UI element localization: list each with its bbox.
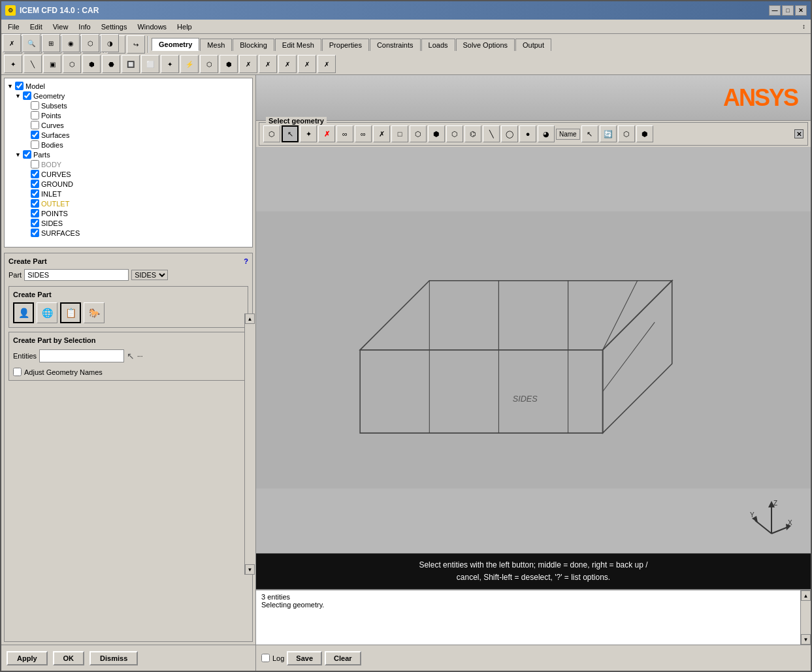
tree-item-subsets[interactable]: Subsets xyxy=(7,101,250,110)
sg-btn-13[interactable]: ╲ xyxy=(483,125,500,142)
tab-blocking[interactable]: Blocking xyxy=(233,39,274,51)
checkbox-subsets[interactable] xyxy=(31,101,39,110)
tab-mesh[interactable]: Mesh xyxy=(200,39,232,51)
menu-file[interactable]: File xyxy=(4,22,24,32)
tb-geo-9[interactable]: ✦ xyxy=(161,55,179,73)
tb-geo-13[interactable]: ✗ xyxy=(239,55,257,73)
tree-item-surfaces[interactable]: Surfaces xyxy=(7,130,250,140)
tree-item-geometry[interactable]: ▼ Geometry xyxy=(7,91,250,101)
sg-btn-17[interactable]: ↖ xyxy=(581,125,598,142)
sg-close-btn[interactable]: ✕ xyxy=(794,129,804,138)
log-scroll-down[interactable]: ▼ xyxy=(801,634,811,645)
entities-input[interactable] xyxy=(39,349,124,362)
checkbox-body[interactable] xyxy=(31,160,39,168)
tree-item-body[interactable]: BODY xyxy=(7,159,250,169)
tb-geo-12[interactable]: ⬢ xyxy=(219,55,238,73)
checkbox-surfaces[interactable] xyxy=(31,131,39,139)
tree-item-sides[interactable]: SIDES xyxy=(7,218,250,228)
menu-edit[interactable]: Edit xyxy=(26,22,46,32)
maximize-button[interactable]: □ xyxy=(782,5,794,16)
sg-btn-5[interactable]: ∞ xyxy=(336,125,353,142)
tb-geo-7[interactable]: 🔲 xyxy=(122,55,140,73)
scrollbar-up-btn[interactable]: ▲ xyxy=(245,313,255,324)
tb-geo-15[interactable]: ✗ xyxy=(278,55,297,73)
menu-windows[interactable]: Windows xyxy=(133,22,171,32)
checkbox-outlet[interactable] xyxy=(31,199,39,208)
tb-left-3[interactable]: ⊞ xyxy=(42,34,60,52)
sg-btn-6[interactable]: ∞ xyxy=(355,125,372,142)
sg-btn-15[interactable]: ● xyxy=(519,125,536,142)
help-icon[interactable]: ? xyxy=(244,257,248,265)
tb-left-6[interactable]: ◑ xyxy=(101,34,119,52)
sg-btn-12[interactable]: ⌬ xyxy=(464,125,481,142)
tb-geo-17[interactable]: ✗ xyxy=(317,55,336,73)
tb-redo-btn[interactable]: ↪ xyxy=(127,35,145,54)
log-checkbox[interactable] xyxy=(261,654,270,662)
menu-info[interactable]: Info xyxy=(74,22,94,32)
menu-settings[interactable]: Settings xyxy=(97,22,131,32)
tab-solve-options[interactable]: Solve Options xyxy=(456,39,515,51)
tb-geo-8[interactable]: ⬜ xyxy=(141,55,159,73)
create-part-btn-3[interactable]: 📋 xyxy=(60,302,81,323)
tb-geo-2[interactable]: ╲ xyxy=(24,55,42,73)
close-button[interactable]: ✕ xyxy=(795,5,807,16)
minimize-button[interactable]: — xyxy=(769,5,781,16)
tb-geo-3[interactable]: ▣ xyxy=(43,55,61,73)
apply-button[interactable]: Apply xyxy=(7,651,48,665)
tab-loads[interactable]: Loads xyxy=(421,39,455,51)
checkbox-model[interactable] xyxy=(15,82,24,90)
tree-item-model[interactable]: ▼ Model xyxy=(7,81,250,91)
sg-btn-16[interactable]: ◕ xyxy=(538,125,555,142)
tree-view[interactable]: ▼ Model ▼ Geometry Subsets xyxy=(4,78,253,248)
tb-left-4[interactable]: ◉ xyxy=(61,34,80,52)
sg-btn-3[interactable]: ✦ xyxy=(300,125,317,142)
adjust-geo-checkbox[interactable] xyxy=(13,368,22,376)
tree-item-bodies[interactable]: Bodies xyxy=(7,140,250,150)
checkbox-parts[interactable] xyxy=(23,150,31,159)
sg-btn-10[interactable]: ⬢ xyxy=(428,125,445,142)
dots-btn[interactable]: ··· xyxy=(137,353,142,360)
left-panel-scrollbar[interactable]: ▲ ▼ xyxy=(244,313,255,575)
expand-parts[interactable]: ▼ xyxy=(15,152,23,158)
tree-item-outlet[interactable]: OUTLET xyxy=(7,199,250,208)
tree-item-part-curves[interactable]: CURVES xyxy=(7,169,250,179)
tab-output[interactable]: Output xyxy=(515,39,551,51)
log-scrollbar[interactable]: ▲ ▼ xyxy=(800,590,811,645)
sg-btn-11[interactable]: ⬡ xyxy=(446,125,463,142)
clear-button[interactable]: Clear xyxy=(325,651,361,665)
tab-edit-mesh[interactable]: Edit Mesh xyxy=(275,39,321,51)
sg-btn-20[interactable]: ⬢ xyxy=(636,125,653,142)
checkbox-geometry[interactable] xyxy=(23,91,31,100)
sg-btn-18[interactable]: 🔄 xyxy=(600,125,617,142)
checkbox-points[interactable] xyxy=(31,111,39,120)
tb-geo-1[interactable]: ✦ xyxy=(4,55,22,73)
create-part-btn-4[interactable]: 🐎 xyxy=(84,302,105,323)
tab-geometry[interactable]: Geometry xyxy=(152,38,199,51)
tb-left-1[interactable]: ✗ xyxy=(3,34,21,52)
checkbox-bodies[interactable] xyxy=(31,140,39,149)
save-button[interactable]: Save xyxy=(287,651,322,665)
tb-geo-5[interactable]: ⬢ xyxy=(82,55,101,73)
part-dropdown[interactable]: SIDES xyxy=(131,270,168,280)
checkbox-part-surfaces[interactable] xyxy=(31,229,39,237)
sg-name-btn[interactable]: Name xyxy=(556,129,580,140)
tree-item-part-surfaces[interactable]: SURFACES xyxy=(7,228,250,238)
checkbox-ground[interactable] xyxy=(31,180,39,188)
sg-btn-19[interactable]: ⬡ xyxy=(618,125,635,142)
sg-btn-1[interactable]: ⬡ xyxy=(263,125,280,142)
cursor-icon[interactable]: ↖ xyxy=(127,351,135,361)
tree-item-parts[interactable]: ▼ Parts xyxy=(7,150,250,159)
part-input[interactable] xyxy=(24,269,129,281)
sg-btn-14[interactable]: ◯ xyxy=(501,125,518,142)
tree-item-inlet[interactable]: INLET xyxy=(7,189,250,199)
checkbox-part-curves[interactable] xyxy=(31,170,39,178)
expand-geometry[interactable]: ▼ xyxy=(15,93,23,99)
ok-button[interactable]: OK xyxy=(53,651,85,665)
tb-geo-4[interactable]: ⬡ xyxy=(63,55,81,73)
checkbox-part-points[interactable] xyxy=(31,209,39,217)
tb-left-2[interactable]: 🔍 xyxy=(22,34,41,52)
scrollbar-down-btn[interactable]: ▼ xyxy=(245,564,255,575)
dismiss-button[interactable]: Dismiss xyxy=(89,651,138,665)
tree-item-part-points[interactable]: POINTS xyxy=(7,208,250,218)
sg-btn-7[interactable]: ✗ xyxy=(373,125,390,142)
